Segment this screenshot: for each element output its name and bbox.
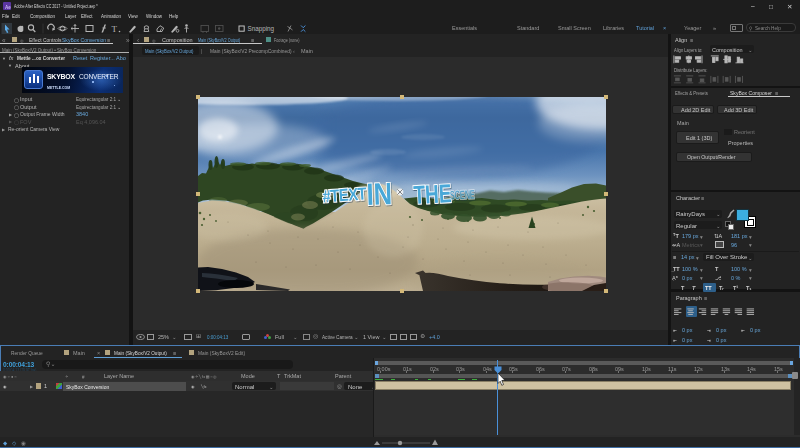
svg-text:SCENE: SCENE <box>450 188 476 202</box>
svg-text:THE: THE <box>413 178 452 210</box>
svg-text:T: T <box>112 24 118 34</box>
svg-text:IN: IN <box>366 176 393 212</box>
svg-text:#TEXT: #TEXT <box>322 183 367 206</box>
svg-text:Snapping: Snapping <box>248 25 275 33</box>
